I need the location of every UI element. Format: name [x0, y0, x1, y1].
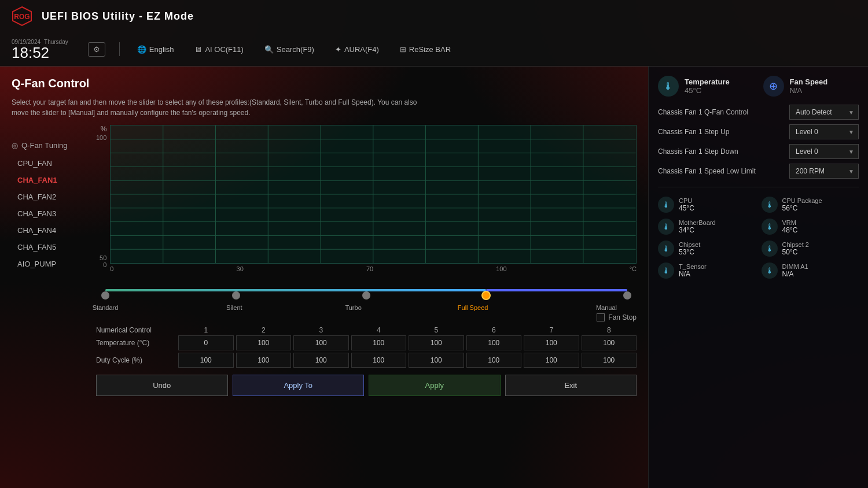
fan-list: ◎ Q-Fan Tuning CPU_FAN CHA_FAN1 CHA_FAN2…: [12, 125, 87, 478]
temp-sensor-label: Temperature: [685, 77, 730, 86]
chassis-fan1-control-label: Chassis Fan 1 Q-Fan Control: [658, 108, 785, 116]
aura-icon: ✦: [335, 45, 341, 54]
fan-item-cha-fan5[interactable]: CHA_FAN5: [12, 239, 87, 255]
chassis-fan1-speed-limit-label: Chassis Fan 1 Speed Low Limit: [658, 167, 785, 175]
chipset2-value: 50°C: [782, 248, 809, 256]
x-0-label: 0: [110, 265, 113, 272]
fan-stop-checkbox[interactable]: [597, 313, 605, 321]
temp-icon: 🌡: [658, 76, 679, 97]
y-100-label: 100: [96, 134, 106, 141]
duty-input-4[interactable]: [351, 353, 407, 368]
chart-grid: [110, 125, 637, 264]
page-title: Q-Fan Control: [12, 77, 637, 90]
globe-icon: 🌐: [137, 45, 146, 54]
chassis-fan1-speed-limit-dropdown-wrapper: 200 RPM 300 RPM 400 RPM 500 RPM: [789, 164, 859, 179]
profile-slider[interactable]: Standard Silent Turbo Full Speed Manual: [96, 286, 637, 311]
chassis-fan1-step-up-row: Chassis Fan 1 Step Up Level 0 Level 1 Le…: [658, 124, 859, 139]
temp-input-3[interactable]: [293, 335, 349, 350]
slider-knob-turbo[interactable]: [362, 291, 370, 300]
duty-input-6[interactable]: [466, 353, 522, 368]
sensor-motherboard: 🌡 MotherBoard 34°C: [658, 219, 756, 235]
time-display: 18:52: [12, 45, 68, 60]
col-header-5: 5: [409, 326, 464, 334]
chart-area: % 100 50 0: [96, 125, 637, 478]
sensor-chipset2: 🌡 Chipset 2 50°C: [762, 241, 859, 257]
slider-knob-silent[interactable]: [232, 291, 240, 300]
temp-row-label: Temperature (°C): [96, 339, 176, 347]
col-header-3: 3: [293, 326, 349, 334]
y-label-pct: %: [101, 125, 107, 133]
svg-text:ROG: ROG: [14, 13, 30, 21]
duty-input-5[interactable]: [409, 353, 464, 368]
slider-knob-standard[interactable]: [101, 291, 109, 300]
temp-input-1[interactable]: [178, 335, 234, 350]
temp-input-8[interactable]: [582, 335, 637, 350]
duty-input-2[interactable]: [236, 353, 292, 368]
slider-knob-full-speed[interactable]: [481, 291, 491, 300]
col-header-6: 6: [466, 326, 522, 334]
chassis-fan1-step-up-dropdown[interactable]: Level 0 Level 1 Level 2 Level 3: [789, 124, 859, 139]
fan-stop-row: Fan Stop: [597, 313, 637, 321]
cpu-value: 45°C: [679, 204, 694, 212]
ai-oc-icon: 🖥: [194, 45, 202, 54]
exit-button[interactable]: Exit: [505, 375, 637, 396]
vrm-icon: 🌡: [762, 219, 778, 235]
fan-item-cpu-fan[interactable]: CPU_FAN: [12, 156, 87, 171]
apply-button[interactable]: Apply: [369, 375, 501, 396]
search-button[interactable]: 🔍 Search(F9): [261, 43, 318, 56]
temp-input-7[interactable]: [524, 335, 579, 350]
slider-knob-manual[interactable]: [623, 291, 631, 300]
aura-button[interactable]: ✦ AURA(F4): [332, 43, 382, 56]
sensor-dimm-a1: 🌡 DIMM A1 N/A: [762, 263, 859, 279]
chassis-fan1-control-dropdown[interactable]: Auto Detect PWM Mode DC Mode Disabled: [789, 105, 859, 120]
fan-item-aio-pump[interactable]: AIO_PUMP: [12, 256, 87, 272]
cpu-pkg-icon: 🌡: [762, 197, 778, 213]
chipset-value: 53°C: [679, 248, 700, 256]
topbar: ROG UEFI BIOS Utility - EZ Mode 09/19/20…: [0, 0, 868, 66]
chassis-fan1-step-down-dropdown[interactable]: Level 0 Level 1 Level 2 Level 3: [789, 144, 859, 159]
numerical-table: Numerical Control 1 2 3 4 5 6 7 8 T: [96, 326, 637, 370]
sensor-chipset: 🌡 Chipset 53°C: [658, 241, 756, 257]
fan-speed-value: N/A: [790, 86, 828, 95]
fan-item-cha-fan1[interactable]: CHA_FAN1: [12, 172, 87, 188]
t-sensor-value: N/A: [679, 270, 707, 278]
search-icon: 🔍: [264, 45, 274, 54]
y-50-label: 50: [100, 254, 106, 261]
slider-label-full-speed: Full Speed: [458, 304, 488, 311]
fan-item-cha-fan2[interactable]: CHA_FAN2: [12, 189, 87, 205]
nav-divider: [119, 42, 120, 56]
duty-input-8[interactable]: [582, 353, 637, 368]
duty-input-7[interactable]: [524, 353, 579, 368]
slider-label-manual: Manual: [596, 304, 617, 311]
fan-item-cha-fan3[interactable]: CHA_FAN3: [12, 206, 87, 221]
vrm-label: VRM: [782, 219, 798, 226]
temp-input-6[interactable]: [466, 335, 522, 350]
apply-to-button[interactable]: Apply To: [233, 375, 365, 396]
gear-button[interactable]: ⚙: [88, 42, 105, 57]
chassis-fan1-speed-limit-dropdown[interactable]: 200 RPM 300 RPM 400 RPM 500 RPM: [789, 164, 859, 179]
cpu-temp-icon: 🌡: [658, 197, 674, 213]
duty-input-3[interactable]: [293, 353, 349, 368]
app-title: UEFI BIOS Utility - EZ Mode: [42, 10, 194, 23]
x-30-label: 30: [237, 265, 244, 272]
top-sensor-row: 🌡 Temperature 45°C ⊕ Fan Speed N/A: [658, 76, 859, 97]
undo-button[interactable]: Undo: [96, 375, 228, 396]
x-70-label: 70: [366, 265, 373, 272]
sensor-vrm: 🌡 VRM 48°C: [762, 219, 859, 235]
fan-item-cha-fan4[interactable]: CHA_FAN4: [12, 223, 87, 238]
chipset2-icon: 🌡: [762, 241, 778, 257]
chassis-fan1-step-up-dropdown-wrapper: Level 0 Level 1 Level 2 Level 3: [789, 124, 859, 139]
ai-oc-button[interactable]: 🖥 AI OC(F11): [191, 43, 247, 56]
resize-bar-button[interactable]: ⊞ ReSize BAR: [396, 43, 454, 56]
duty-input-1[interactable]: [178, 353, 234, 368]
fan-speed-icon: ⊕: [763, 76, 784, 97]
chipset-icon: 🌡: [658, 241, 674, 257]
qfan-icon: ◎: [12, 141, 18, 150]
col-header-8: 8: [582, 326, 637, 334]
temp-input-5[interactable]: [409, 335, 464, 350]
action-buttons: Undo Apply To Apply Exit: [96, 375, 637, 396]
language-selector[interactable]: 🌐 English: [134, 43, 178, 56]
temp-input-2[interactable]: [236, 335, 292, 350]
temp-input-4[interactable]: [351, 335, 407, 350]
fan-list-header: ◎ Q-Fan Tuning: [12, 141, 87, 150]
